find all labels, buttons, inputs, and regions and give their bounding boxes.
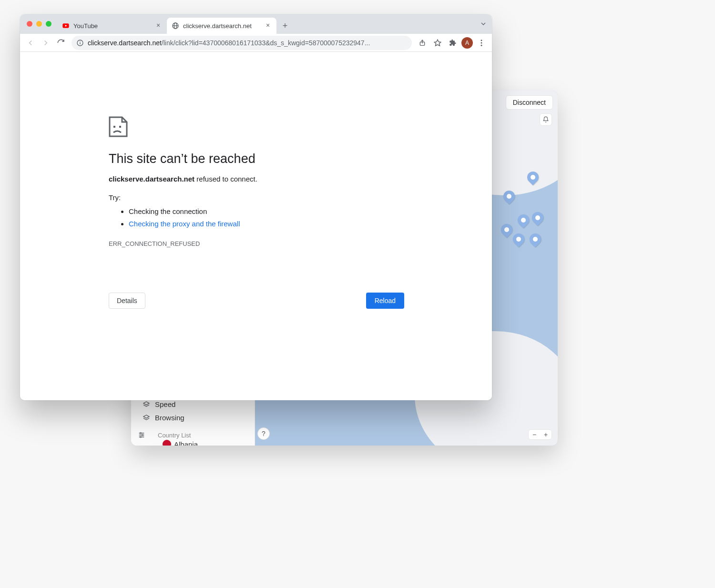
zoom-controls: − + xyxy=(528,429,552,440)
bookmark-button[interactable] xyxy=(431,36,444,50)
tab-strip: YouTube × clickserve.dartsearch.net × + xyxy=(20,14,492,34)
svg-marker-0 xyxy=(143,402,149,405)
site-info-icon[interactable] xyxy=(76,39,84,47)
map-pin-icon[interactable] xyxy=(530,210,546,226)
browser-toolbar: clickserve.dartsearch.net/link/click?lid… xyxy=(20,34,492,52)
help-button[interactable]: ? xyxy=(257,427,270,440)
sidebar-item-browsing[interactable]: Browsing xyxy=(131,411,255,425)
map-pin-icon[interactable] xyxy=(499,222,515,238)
chrome-menu-button[interactable] xyxy=(475,36,488,50)
svg-point-21 xyxy=(481,44,482,46)
tab-close-button[interactable]: × xyxy=(154,22,162,30)
new-tab-button[interactable]: + xyxy=(278,19,292,32)
window-controls xyxy=(27,21,51,27)
tab-title: YouTube xyxy=(73,22,151,30)
svg-marker-1 xyxy=(143,415,149,418)
profile-avatar[interactable]: A xyxy=(461,37,473,49)
sad-page-icon xyxy=(109,116,404,137)
sidebar-item-label: Speed xyxy=(155,400,175,408)
svg-point-19 xyxy=(481,40,482,41)
country-flag-icon xyxy=(163,440,171,446)
zoom-in-button[interactable]: + xyxy=(544,431,548,438)
window-maximize-button[interactable] xyxy=(46,21,51,27)
svg-point-20 xyxy=(481,42,482,43)
svg-point-3 xyxy=(140,433,142,434)
url-text: clickserve.dartsearch.net/link/click?lid… xyxy=(88,39,407,47)
disconnect-button[interactable]: Disconnect xyxy=(506,95,553,110)
zoom-out-button[interactable]: − xyxy=(532,431,536,438)
reload-page-button[interactable]: Reload xyxy=(366,293,404,309)
tab-overflow-button[interactable] xyxy=(480,20,487,28)
country-list-heading: Country List xyxy=(158,432,191,439)
map-pin-icon[interactable] xyxy=(511,231,527,247)
browser-window: YouTube × clickserve.dartsearch.net × + xyxy=(20,14,492,400)
tab-clickserve[interactable]: clickserve.dartsearch.net × xyxy=(167,18,276,34)
tab-youtube[interactable]: YouTube × xyxy=(57,18,167,34)
svg-rect-23 xyxy=(119,126,121,128)
tab-close-button[interactable]: × xyxy=(264,22,272,30)
error-try-label: Try: xyxy=(109,193,404,202)
map-pin-icon[interactable] xyxy=(527,231,543,247)
country-list-item[interactable]: Albania xyxy=(174,440,198,446)
svg-marker-18 xyxy=(434,40,441,46)
error-title: This site can’t be reached xyxy=(109,152,404,166)
layers-icon xyxy=(143,401,150,408)
window-minimize-button[interactable] xyxy=(36,21,42,27)
tab-title: clickserve.dartsearch.net xyxy=(183,22,260,30)
error-suggestion: Checking the proxy and the firewall xyxy=(129,218,404,230)
reload-button[interactable] xyxy=(54,36,68,50)
error-message: clickserve.dartsearch.net refused to con… xyxy=(109,175,404,183)
error-suggestion: Checking the connection xyxy=(129,205,404,218)
share-button[interactable] xyxy=(416,36,429,50)
youtube-icon xyxy=(62,22,70,30)
svg-rect-22 xyxy=(113,126,115,128)
svg-point-7 xyxy=(140,436,142,438)
notifications-button[interactable] xyxy=(540,113,552,126)
page-content: This site can’t be reached clickserve.da… xyxy=(20,52,492,400)
window-close-button[interactable] xyxy=(27,21,32,27)
details-button[interactable]: Details xyxy=(109,293,145,309)
back-button[interactable] xyxy=(24,36,37,50)
sidebar-item-label: Browsing xyxy=(155,414,184,422)
proxy-firewall-link[interactable]: Checking the proxy and the firewall xyxy=(129,220,240,228)
map-pin-icon[interactable] xyxy=(515,212,531,228)
extensions-button[interactable] xyxy=(446,36,460,50)
svg-point-5 xyxy=(142,435,143,436)
layers-icon xyxy=(143,414,150,422)
address-bar[interactable]: clickserve.dartsearch.net/link/click?lid… xyxy=(72,36,412,50)
filter-icon[interactable] xyxy=(138,431,145,439)
globe-icon xyxy=(172,22,179,30)
svg-point-15 xyxy=(80,41,80,41)
error-code: ERR_CONNECTION_REFUSED xyxy=(109,240,404,247)
error-suggestion-list: Checking the connection Checking the pro… xyxy=(109,205,404,230)
forward-button[interactable] xyxy=(39,36,52,50)
